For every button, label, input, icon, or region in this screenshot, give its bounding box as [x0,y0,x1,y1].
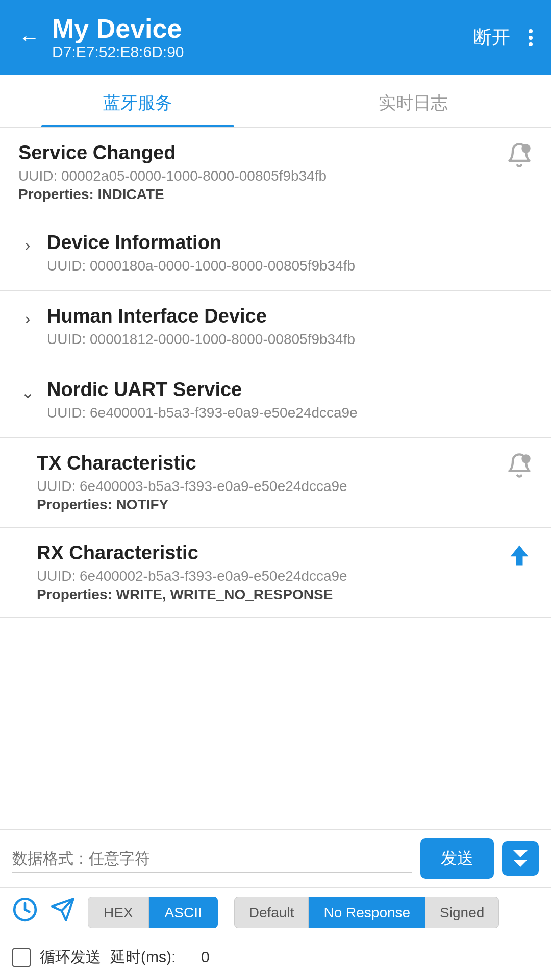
disconnect-button[interactable]: 断开 [473,25,510,50]
loop-label: 循环发送 [40,947,101,968]
human-interface-content: Human Interface Device UUID: 00001812-00… [47,305,355,350]
send-button[interactable]: 发送 [420,838,494,879]
ascii-button[interactable]: ASCII [149,897,218,928]
device-information-title: Device Information [47,232,355,254]
tx-props: Properties: NOTIFY [37,497,347,513]
hex-button[interactable]: HEX [88,897,149,928]
dot-2 [529,36,533,40]
encoding-toggle: HEX ASCII [88,897,218,928]
tab-log[interactable]: 实时日志 [276,75,551,127]
characteristic-tx: TX Characteristic UUID: 6e400003-b5a3-f3… [0,438,551,528]
expand-device-information-icon: › [18,236,37,255]
human-interface-header: › Human Interface Device UUID: 00001812-… [18,305,533,350]
service-changed-content: Service Changed UUID: 00002a05-0000-1000… [18,142,327,203]
rx-content: RX Characteristic UUID: 6e400002-b5a3-f3… [37,542,347,603]
tx-bell[interactable] [506,452,533,481]
service-changed-props: Properties: INDICATE [18,186,327,203]
input-row: 发送 [0,830,551,888]
svg-point-1 [521,455,530,463]
double-chevron-icon [513,850,528,867]
nordic-uart-left: ⌄ Nordic UART Service UUID: 6e400001-b5a… [18,379,358,423]
signed-button[interactable]: Signed [425,897,499,928]
device-information-uuid: UUID: 0000180a-0000-1000-8000-00805f9b34… [47,258,355,274]
nordic-uart-content: Nordic UART Service UUID: 6e400001-b5a3-… [47,379,358,423]
default-button[interactable]: Default [234,897,309,928]
nordic-uart-title: Nordic UART Service [47,379,358,401]
service-item-device-information[interactable]: › Device Information UUID: 0000180a-0000… [0,217,551,291]
nordic-uart-header: ⌄ Nordic UART Service UUID: 6e400001-b5a… [18,379,533,423]
response-toggle: Default No Response Signed [234,897,499,928]
service-changed-header: Service Changed UUID: 00002a05-0000-1000… [18,142,533,203]
loop-row: 循环发送 延时(ms): [0,938,551,980]
tx-uuid: UUID: 6e400003-b5a3-f393-e0a9-e50e24dcca… [37,478,347,495]
rx-upload[interactable] [506,542,533,571]
bottom-input-area: 发送 HEX ASCII [0,829,551,980]
service-changed-bell[interactable] [506,142,533,170]
characteristic-rx: RX Characteristic UUID: 6e400002-b5a3-f3… [0,528,551,618]
rx-title: RX Characteristic [37,542,347,564]
svg-point-0 [521,144,530,153]
header-title-block: My Device D7:E7:52:E8:6D:90 [52,14,184,61]
tx-content: TX Characteristic UUID: 6e400003-b5a3-f3… [37,452,347,513]
service-changed-title: Service Changed [18,142,327,164]
header-right: 断开 [473,25,533,50]
loop-checkbox[interactable] [12,948,31,967]
rx-props: Properties: WRITE, WRITE_NO_RESPONSE [37,586,347,603]
chevron-2 [513,860,528,867]
service-list: Service Changed UUID: 00002a05-0000-1000… [0,128,551,791]
human-interface-uuid: UUID: 00001812-0000-1000-8000-00805f9b34… [47,331,355,348]
no-response-button[interactable]: No Response [309,897,425,928]
tab-bluetooth[interactable]: 蓝牙服务 [0,75,276,127]
send-icon[interactable] [50,897,76,928]
device-information-header: › Device Information UUID: 0000180a-0000… [18,232,533,276]
more-menu-button[interactable] [529,29,533,46]
human-interface-title: Human Interface Device [47,305,355,327]
expand-nordic-uart-icon: ⌄ [18,383,37,402]
app-header: ← My Device D7:E7:52:E8:6D:90 断开 [0,0,551,75]
data-input[interactable] [12,845,412,873]
toolbar-row: HEX ASCII Default No Response Signed [0,888,551,938]
human-interface-left: › Human Interface Device UUID: 00001812-… [18,305,355,350]
back-button[interactable]: ← [18,26,40,50]
service-item-nordic-uart[interactable]: ⌄ Nordic UART Service UUID: 6e400001-b5a… [0,364,551,438]
nordic-uart-uuid: UUID: 6e400001-b5a3-f393-e0a9-e50e24dcca… [47,405,358,421]
tab-bar: 蓝牙服务 实时日志 [0,75,551,128]
svg-marker-2 [511,546,529,566]
page-title: My Device [52,14,184,43]
service-item-human-interface[interactable]: › Human Interface Device UUID: 00001812-… [0,291,551,364]
expand-human-interface-icon: › [18,309,37,328]
service-item-service-changed: Service Changed UUID: 00002a05-0000-1000… [0,128,551,217]
chevron-1 [513,850,528,857]
device-information-left: › Device Information UUID: 0000180a-0000… [18,232,355,276]
tx-title: TX Characteristic [37,452,347,474]
delay-label: 延时(ms): [110,947,176,968]
header-left: ← My Device D7:E7:52:E8:6D:90 [18,14,184,61]
device-information-content: Device Information UUID: 0000180a-0000-1… [47,232,355,276]
device-address: D7:E7:52:E8:6D:90 [52,43,184,61]
rx-uuid: UUID: 6e400002-b5a3-f393-e0a9-e50e24dcca… [37,568,347,584]
expand-down-button[interactable] [502,841,539,876]
clock-icon[interactable] [12,897,38,928]
service-changed-uuid: UUID: 00002a05-0000-1000-8000-00805f9b34… [18,168,327,184]
delay-input[interactable] [185,948,226,966]
dot-1 [529,29,533,33]
dot-3 [529,42,533,46]
